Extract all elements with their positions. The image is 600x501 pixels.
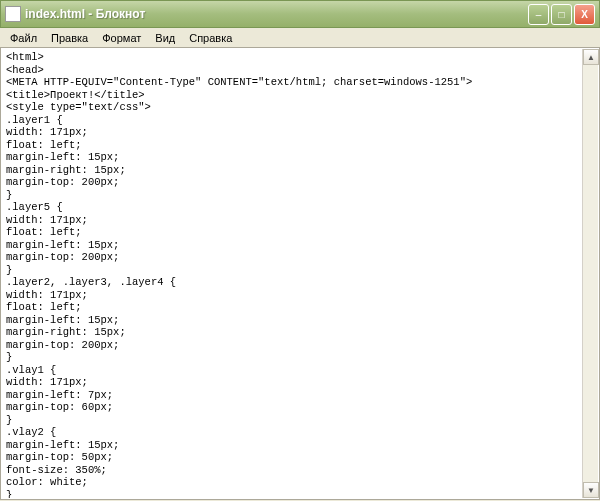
titlebar: index.html - Блокнот – □ X: [0, 0, 600, 28]
menu-view[interactable]: Вид: [149, 30, 181, 46]
menu-file[interactable]: Файл: [4, 30, 43, 46]
vertical-scrollbar[interactable]: ▲ ▼: [582, 49, 598, 498]
window-title: index.html - Блокнот: [25, 7, 528, 21]
minimize-button[interactable]: –: [528, 4, 549, 25]
app-icon: [5, 6, 21, 22]
scroll-down-button[interactable]: ▼: [583, 482, 599, 498]
menubar: Файл Правка Формат Вид Справка: [0, 28, 600, 48]
editor-container: <html> <head> <META HTTP-EQUIV="Content-…: [0, 48, 600, 500]
maximize-button[interactable]: □: [551, 4, 572, 25]
scroll-up-button[interactable]: ▲: [583, 49, 599, 65]
window-controls: – □ X: [528, 4, 595, 25]
menu-edit[interactable]: Правка: [45, 30, 94, 46]
menu-format[interactable]: Формат: [96, 30, 147, 46]
close-button[interactable]: X: [574, 4, 595, 25]
menu-help[interactable]: Справка: [183, 30, 238, 46]
document-text: <html> <head> <META HTTP-EQUIV="Content-…: [6, 51, 581, 498]
text-area[interactable]: <html> <head> <META HTTP-EQUIV="Content-…: [2, 49, 581, 498]
